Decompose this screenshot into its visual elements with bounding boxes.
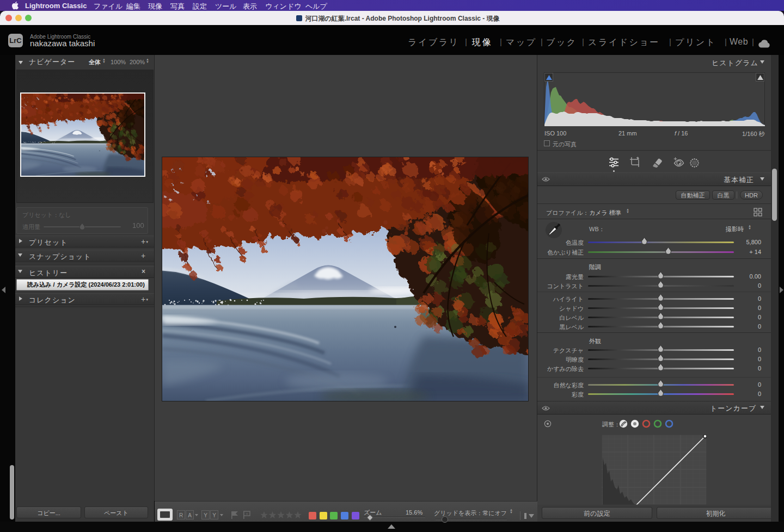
svg-text:×: × [246, 511, 248, 516]
